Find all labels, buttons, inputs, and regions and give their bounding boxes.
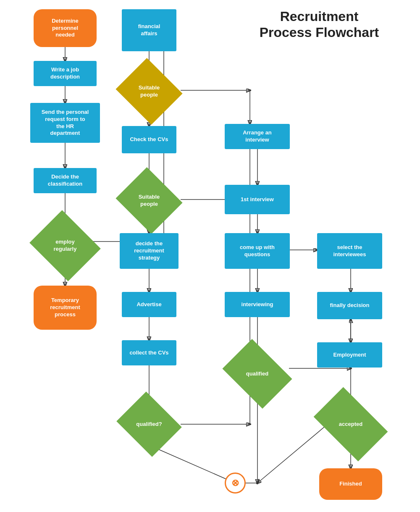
node-employment: Employment <box>317 342 382 368</box>
node-interviewing: interviewing <box>225 292 290 317</box>
node-decide-strategy: decide therecruitmentstrategy <box>120 233 178 269</box>
node-qualified-q: qualified? <box>124 403 174 445</box>
node-send-request: Send the personalrequest form tothe HRde… <box>30 103 100 143</box>
node-reject: ⊗ <box>225 473 246 494</box>
node-suitable2: Suitablepeople <box>124 179 174 223</box>
node-decide-class: Decide theclassification <box>34 168 97 193</box>
node-arrange-interview: Arrange aninterview <box>225 124 290 149</box>
node-first-interview: 1st interview <box>225 185 290 214</box>
node-advertise: Advertise <box>122 292 176 317</box>
node-qualified: qualified <box>229 353 286 395</box>
node-select-interviewees: select theinterviewees <box>317 233 382 269</box>
node-check-cvs: Check the CVs <box>122 126 176 153</box>
node-employ-regularly: employregularly <box>38 223 92 269</box>
flowchart: RecruitmentProcess Flowchart <box>0 0 420 512</box>
node-temp-recruitment: Temporaryrecruitmentprocess <box>34 286 97 330</box>
node-collect-cvs: collect the CVs <box>122 340 176 365</box>
node-finished: Finished <box>319 468 382 500</box>
node-write-job: Write a jobdescription <box>34 61 97 86</box>
node-come-up: come up withquestions <box>225 233 290 269</box>
chart-title: RecruitmentProcess Flowchart <box>235 8 403 41</box>
svg-line-32 <box>257 424 328 483</box>
node-accepted: accepted <box>319 403 382 445</box>
node-suitable1: Suitablepeople <box>124 69 174 113</box>
node-determine: Determinepersonnelneeded <box>34 9 97 47</box>
node-finally-decision: finally decision <box>317 292 382 319</box>
node-financial: financialaffairs <box>122 9 176 51</box>
svg-line-29 <box>149 445 235 483</box>
